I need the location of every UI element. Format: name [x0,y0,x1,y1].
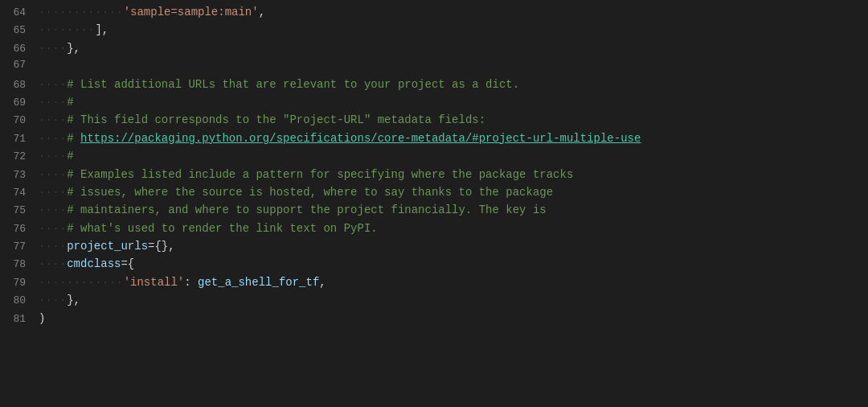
indent-dots: ···· [39,79,67,91]
line-number: 73 [0,167,39,184]
line-content: ····# [39,147,868,166]
token-string: 'sample=sample:main' [124,6,259,18]
indent-dots: ···· [39,223,67,235]
line-content: ············'install': get_a_shell_for_t… [39,273,868,292]
code-line: 79············'install': get_a_shell_for… [0,273,868,291]
token-comment: # maintainers, and where to support the … [67,204,547,216]
code-line: 67 [0,57,868,75]
token-plain: , [319,276,326,289]
code-line: 76····# what's used to render the link t… [0,220,868,237]
token-identifier: cmdclass [67,257,121,270]
token-comment: # [67,96,73,109]
token-plain: ) [39,312,45,325]
token-plain: ={ [121,257,134,270]
line-number: 74 [0,185,39,202]
code-line: 75····# maintainers, and where to suppor… [0,201,868,219]
token-plain: : [184,276,198,289]
code-line: 66····}, [0,39,868,57]
code-line: 70····# This field corresponds to the "P… [0,111,868,129]
line-number: 64 [0,5,39,22]
code-line: 78····cmdclass={ [0,255,868,273]
code-line: 68····# List additional URLs that are re… [0,76,868,93]
code-line: 77····project_urls={}, [0,237,868,255]
indent-dots: ···· [39,258,67,270]
line-number: 66 [0,41,39,58]
line-content: ····# Examples listed include a pattern … [39,166,868,184]
indent-dots: ············ [39,277,124,289]
token-identifier: project_urls [67,240,148,253]
line-number: 76 [0,221,39,238]
indent-dots: ···· [39,187,67,199]
token-plain: }, [67,294,80,306]
token-plain: }, [67,42,80,55]
token-identifier: get_a_shell_for_tf [198,276,319,289]
line-content: ) [39,310,868,327]
indent-dots: ············ [39,6,124,18]
indent-dots: ···· [39,43,67,55]
code-line: 81) [0,310,868,327]
code-line: 74····# issues, where the source is host… [0,183,868,201]
code-line: 80····}, [0,291,868,309]
line-content: ····# This field corresponds to the "Pro… [39,111,868,130]
code-line: 73····# Examples listed include a patter… [0,166,868,183]
line-content: ····}, [39,39,868,58]
line-number: 80 [0,293,39,310]
line-content: ····project_urls={}, [39,237,868,256]
line-number: 77 [0,239,39,256]
line-content: ········], [39,21,868,39]
indent-dots: ···· [39,169,67,181]
token-string: 'install' [124,276,185,289]
token-comment: # issues, where the source is hosted, wh… [67,186,553,199]
indent-dots: ···· [39,114,67,126]
line-content: ············'sample=sample:main', [39,3,868,22]
token-comment: # [67,150,73,162]
line-content: ····# issues, where the source is hosted… [39,183,868,202]
line-number: 68 [0,77,39,94]
line-content: ····cmdclass={ [39,255,868,273]
token-plain: ={}, [148,240,175,253]
token-comment: # what's used to render the link text on… [67,222,377,235]
line-content: ····# List additional URLs that are rele… [39,76,868,94]
indent-dots: ···· [39,294,67,306]
line-number: 72 [0,149,39,166]
indent-dots: ···· [39,240,67,253]
token-plain: , [259,6,265,18]
code-line: 71····# https://packaging.python.org/spe… [0,130,868,147]
line-number: 69 [0,95,39,112]
token-comment: # This field corresponds to the "Project… [67,113,485,126]
token-link[interactable]: https://packaging.python.org/specificati… [80,132,641,145]
line-content: ····}, [39,291,868,310]
indent-dots: ···· [39,150,67,162]
code-editor: 64············'sample=sample:main',65···… [0,0,868,407]
indent-dots: ···· [39,204,67,216]
token-comment: # [67,132,80,145]
code-container: 64············'sample=sample:main',65···… [0,0,868,331]
line-content: ····# what's used to render the link tex… [39,220,868,238]
code-line: 72····# [0,147,868,165]
line-number: 65 [0,23,39,39]
line-content: ····# [39,93,868,112]
indent-dots: ···· [39,133,67,145]
line-number: 79 [0,275,39,292]
indent-dots: ········ [39,24,95,36]
code-line: 64············'sample=sample:main', [0,3,868,21]
token-comment: # Examples listed include a pattern for … [67,168,573,181]
token-comment: # List additional URLs that are relevant… [67,78,519,91]
line-number: 81 [0,311,39,328]
token-plain: ], [95,23,108,36]
code-line: 69····# [0,93,868,111]
line-content: ····# maintainers, and where to support … [39,201,868,220]
code-line: 65········], [0,21,868,39]
line-number: 71 [0,131,39,148]
line-number: 70 [0,113,39,130]
indent-dots: ···· [39,97,67,109]
line-content: ····# https://packaging.python.org/speci… [39,130,868,148]
line-number: 78 [0,257,39,273]
line-number: 67 [0,57,39,74]
line-number: 75 [0,203,39,220]
